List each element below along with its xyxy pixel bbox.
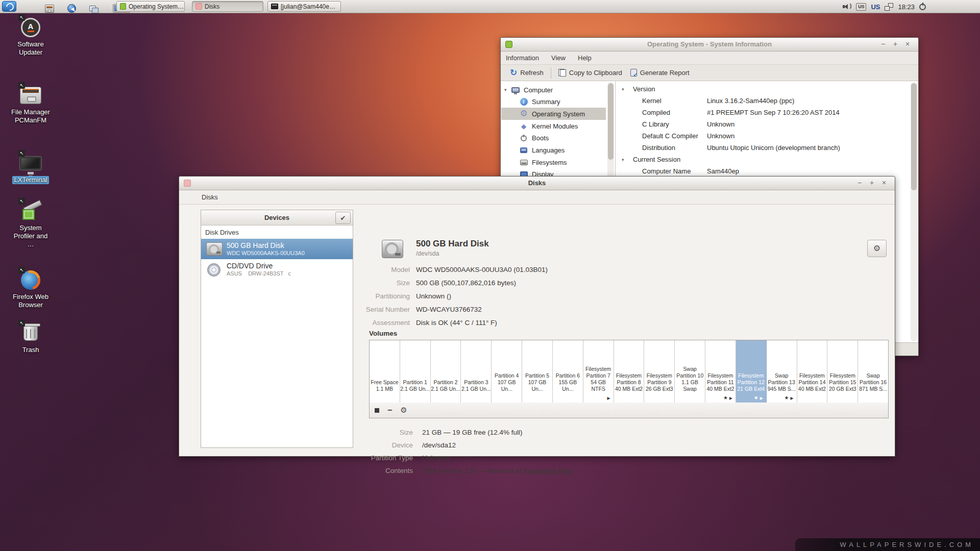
- volume-cell-flags: [522, 393, 552, 402]
- network-icon[interactable]: [885, 3, 893, 11]
- window-switcher-icon[interactable]: [89, 6, 99, 13]
- keyboard-layout-label[interactable]: US: [871, 3, 880, 11]
- menu-view[interactable]: View: [551, 54, 566, 62]
- desktop-icon-software-updater[interactable]: ↖SoftwareUpdater: [9, 16, 52, 57]
- volume-cell-3[interactable]: Partition 32.1 GB Un...: [461, 340, 492, 403]
- device-row-harddisk[interactable]: 500 GB Hard DiskWDC WD5000AAKS-00UU3A0: [201, 239, 353, 259]
- label-line: PCManFM: [13, 116, 48, 124]
- lxterminal-glyph: [19, 156, 42, 170]
- drive-actions-gear-button[interactable]: ⚙: [867, 240, 887, 257]
- tree-item-computer[interactable]: ▾Computer: [501, 84, 606, 96]
- details-scrollbar[interactable]: [911, 82, 917, 341]
- disks-titlebar[interactable]: Disks − + ×: [179, 177, 895, 190]
- volume-options-button[interactable]: ⚙: [400, 406, 407, 415]
- partition-row-label: Size: [311, 429, 413, 436]
- volume-icon[interactable]: ): [843, 3, 851, 10]
- taskbar-button-disks[interactable]: Disks: [192, 1, 263, 12]
- details-row-computer-name[interactable]: Computer NameSam440ep: [616, 165, 908, 177]
- tree-expander[interactable]: ▾: [504, 87, 510, 92]
- desktop-icon-trash[interactable]: ↖Trash: [9, 322, 52, 354]
- detail-label: Computer Name: [642, 167, 691, 175]
- details-section-current-session[interactable]: ▾Current Session: [616, 154, 908, 165]
- volume-cell-0[interactable]: Free Space1.1 MB: [370, 340, 400, 403]
- info-icon: i: [519, 98, 529, 106]
- tree-item-summary[interactable]: iSummary: [501, 96, 606, 108]
- computer-icon: [510, 87, 521, 93]
- disks-minimize-button[interactable]: −: [855, 179, 864, 188]
- web-browser-launcher-icon[interactable]: [67, 4, 76, 13]
- volume-cell-12[interactable]: FilesystemPartition 1221 GB Ext4★▸: [736, 340, 767, 403]
- clock[interactable]: 18:23: [898, 3, 915, 11]
- tree-item-operating-system[interactable]: Operating System: [501, 108, 606, 120]
- toolbar-separator: [551, 67, 551, 79]
- file-manager-launcher-icon[interactable]: [45, 5, 54, 13]
- desktop-icon-file-manager-pcmanfm[interactable]: ↖File ManagerPCManFM: [9, 84, 52, 124]
- mounted-play-icon: ▸: [729, 394, 732, 402]
- desktop-icon-system-profiler[interactable]: ↖SystemProfiler and …: [9, 200, 52, 248]
- disks-menu[interactable]: Disks: [202, 193, 218, 201]
- drive-row-size: Size500 GB (500,107,862,016 bytes): [179, 276, 895, 289]
- tree-item-boots[interactable]: Boots: [501, 132, 606, 144]
- volume-cell-label: Partition 6155 GB Un...: [553, 372, 583, 393]
- details-row-distribution[interactable]: DistributionUbuntu Utopic Unicorn (devel…: [616, 142, 908, 154]
- desktop-icon-lxterminal[interactable]: ↖LXTerminal: [9, 152, 52, 184]
- sysinfo-close-button[interactable]: ×: [903, 40, 912, 49]
- tree-item-label: Filesystems: [532, 159, 567, 166]
- details-row-compiled[interactable]: Compiled#1 PREEMPT Sun Sep 7 10:26:20 AS…: [616, 107, 908, 118]
- tree-item-kernel-modules[interactable]: Kernel Modules: [501, 120, 606, 132]
- details-row-kernel[interactable]: KernelLinux 3.16.2-Sam440ep (ppc): [616, 95, 908, 107]
- volume-cell-11[interactable]: FilesystemPartition 1140 MB Ext2★▸: [705, 340, 736, 403]
- keyboard-layout-badge[interactable]: US: [856, 3, 866, 11]
- volume-cell-10[interactable]: SwapPartition 101.1 GB Swap: [675, 340, 705, 403]
- volume-cell-label: SwapPartition 101.1 GB Swap: [675, 366, 705, 393]
- volume-cell-15[interactable]: FilesystemPartition 1520 GB Ext3: [827, 340, 858, 403]
- tree-item-filesystems[interactable]: Filesystems: [501, 156, 606, 168]
- power-icon[interactable]: [919, 4, 926, 10]
- desktop-icon-firefox[interactable]: ↖Firefox WebBrowser: [9, 269, 52, 309]
- volume-cell-label: Free Space1.1 MB: [370, 379, 400, 393]
- details-section-version[interactable]: ▾Version: [616, 83, 908, 95]
- devices-select-button[interactable]: ✔: [335, 212, 351, 224]
- volume-cell-flags: ★▸: [705, 393, 736, 402]
- volume-cell-4[interactable]: Partition 4107 GB Un...: [492, 340, 522, 403]
- volume-cell-6[interactable]: Partition 6155 GB Un...: [553, 340, 583, 403]
- tree-item-languages[interactable]: Languages: [501, 144, 606, 157]
- volume-cell-8[interactable]: FilesystemPartition 840 MB Ext2: [614, 340, 645, 403]
- details-row-default-c-compiler[interactable]: Default C CompilerUnknown: [616, 130, 908, 142]
- generate-report-button[interactable]: Generate Report: [626, 66, 694, 80]
- volume-cell-1[interactable]: Partition 12.1 GB Un...: [400, 340, 431, 403]
- volume-cell-label: FilesystemPartition 840 MB Ext2: [614, 372, 644, 393]
- taskbar-button-terminal[interactable]: [julian@Sam440e…: [267, 1, 341, 12]
- tree-item-label: Languages: [532, 146, 565, 154]
- sysinfo-titlebar[interactable]: Operating System - System Information − …: [501, 38, 918, 52]
- refresh-button[interactable]: ↻ Refresh: [506, 66, 548, 80]
- volume-cell-7[interactable]: FilesystemPartition 754 GB NTFS▸: [583, 340, 614, 403]
- section-expander[interactable]: ▾: [622, 157, 624, 162]
- volume-cell-13[interactable]: SwapPartition 13945 MB S...★▸: [767, 340, 797, 403]
- volume-cell-5[interactable]: Partition 5107 GB Un...: [522, 340, 553, 403]
- taskbar-button-sysinfo[interactable]: Operating System…: [116, 1, 185, 12]
- disks-maximize-button[interactable]: +: [867, 179, 876, 188]
- volume-cell-16[interactable]: SwapPartition 16871 MB S...: [858, 340, 888, 403]
- menu-help[interactable]: Help: [578, 54, 592, 62]
- sysinfo-maximize-button[interactable]: +: [891, 40, 900, 49]
- delete-partition-button[interactable]: −: [387, 408, 392, 413]
- drive-row-label: Assessment: [308, 319, 410, 327]
- volume-cell-2[interactable]: Partition 22.1 GB Un...: [431, 340, 461, 403]
- lxterminal-icon: ↖: [9, 152, 52, 174]
- section-expander[interactable]: ▾: [622, 87, 624, 92]
- disks-close-button[interactable]: ×: [879, 179, 889, 188]
- drive-row-value: WDC WD5000AAKS-00UU3A0 (01.03B01): [416, 266, 548, 273]
- stop-volume-button[interactable]: [375, 408, 379, 413]
- volume-cell-9[interactable]: FilesystemPartition 926 GB Ext3: [644, 340, 675, 403]
- filesystem-root-link[interactable]: Filesystem Root: [523, 467, 573, 474]
- volume-cell-14[interactable]: FilesystemPartition 1440 MB Ext2: [797, 340, 828, 403]
- sysinfo-minimize-button[interactable]: −: [878, 40, 888, 49]
- mounted-play-icon: ▸: [791, 394, 794, 402]
- details-row-c-library[interactable]: C LibraryUnknown: [616, 118, 908, 130]
- disks-window: Disks − + × Disks Devices ✔ Disk Drives …: [179, 176, 895, 457]
- filesystem-icon: [519, 160, 529, 165]
- copy-to-clipboard-button[interactable]: Copy to Clipboard: [554, 66, 626, 80]
- menu-information[interactable]: Information: [506, 54, 539, 62]
- lubuntu-menu-button[interactable]: [2, 1, 16, 12]
